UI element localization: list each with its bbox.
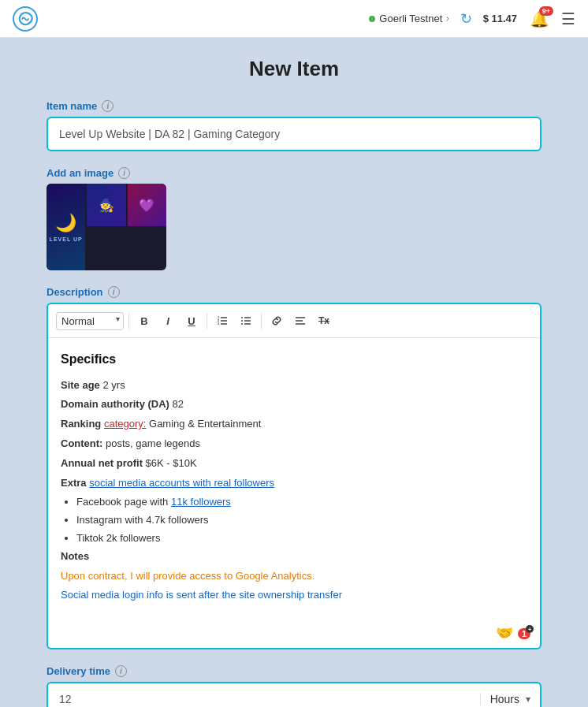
content-bullet-facebook: Facebook page with 11k followers xyxy=(76,494,527,511)
network-chevron-icon: › xyxy=(446,14,448,23)
item-name-input-wrapper xyxy=(47,117,541,151)
item-name-input[interactable] xyxy=(48,118,540,150)
item-name-section: Item name i xyxy=(47,100,541,151)
content-line-profit: Annual net profit $6K - $10K xyxy=(61,456,527,472)
delivery-time-unit-label: Hours xyxy=(490,693,519,705)
content-line-content: Content: posts, game legends xyxy=(61,436,527,452)
content-line-extra: Extra social media accounts with real fo… xyxy=(61,475,527,492)
content-bullet-tiktok: Tiktok 2k followers xyxy=(76,530,527,547)
svg-point-11 xyxy=(241,323,243,325)
delivery-time-label: Delivery time i xyxy=(47,665,541,677)
content-bullet-list: Facebook page with 11k followers Instagr… xyxy=(76,494,527,546)
network-selector[interactable]: Goerli Testnet › xyxy=(369,13,448,24)
add-image-info-icon[interactable]: i xyxy=(118,167,130,179)
item-name-label: Item name i xyxy=(47,100,541,112)
italic-button[interactable]: I xyxy=(158,311,178,331)
content-notes-heading: Notes xyxy=(61,549,527,565)
add-image-label: Add an image i xyxy=(47,167,541,179)
description-info-icon[interactable]: i xyxy=(108,286,120,298)
clear-format-button[interactable]: Tx xyxy=(314,311,334,331)
content-notes-line2: Social media login info is sent after th… xyxy=(61,587,527,604)
editor-toolbar: Normal Heading 1 Heading 2 Heading 3 B I… xyxy=(48,304,540,338)
description-section: Description i Normal Heading 1 Heading 2… xyxy=(47,286,541,649)
image-cell-top-right: 🧙 xyxy=(87,184,125,226)
notification-button[interactable]: 🔔 9+ xyxy=(528,8,550,30)
counter-wrapper: 1 + xyxy=(518,626,530,640)
content-line-da: Domain authority (DA) 82 xyxy=(61,396,527,413)
content-heading: Specifics xyxy=(61,349,527,370)
description-editor: Normal Heading 1 Heading 2 Heading 3 B I… xyxy=(47,303,541,649)
main-content: New Item Item name i Add an image i 🌙 LE… xyxy=(34,38,554,707)
editor-content[interactable]: Specifics Site age 2 yrs Domain authorit… xyxy=(48,338,540,618)
topnav: Goerli Testnet › ↻ $ 11.47 🔔 9+ ☰ xyxy=(0,0,588,38)
content-line-site-age: Site age 2 yrs xyxy=(61,378,527,394)
content-line-ranking: Ranking category: Gaming & Entertainment xyxy=(61,416,527,433)
add-image-section: Add an image i 🌙 LEVEL UP 🧙 💜 xyxy=(47,167,541,270)
format-select[interactable]: Normal Heading 1 Heading 2 Heading 3 xyxy=(56,312,124,330)
item-name-info-icon[interactable]: i xyxy=(102,100,114,112)
counter-plus-icon: + xyxy=(526,625,534,633)
image-cell-bottom-right: 💜 xyxy=(128,184,166,226)
refresh-icon[interactable]: ↻ xyxy=(460,10,472,28)
network-status-dot xyxy=(369,16,375,22)
align-button[interactable] xyxy=(290,311,311,331)
bold-button[interactable]: B xyxy=(134,311,154,331)
editor-footer: 🤝 1 + xyxy=(48,618,540,648)
content-notes-line1: Upon contract, I will provide access to … xyxy=(61,568,527,585)
menu-icon[interactable]: ☰ xyxy=(561,9,575,28)
delivery-time-section: Delivery time i Hours ▾ xyxy=(47,665,541,707)
format-select-wrapper[interactable]: Normal Heading 1 Heading 2 Heading 3 xyxy=(56,312,124,330)
counter-badge: 1 + xyxy=(518,628,530,639)
link-button[interactable] xyxy=(266,311,287,331)
topnav-right: Goerli Testnet › ↻ $ 11.47 🔔 9+ ☰ xyxy=(369,8,575,30)
handshake-emoji[interactable]: 🤝 xyxy=(496,624,513,642)
ordered-list-button[interactable]: 1 2 3 xyxy=(212,311,233,331)
description-label: Description i xyxy=(47,286,541,298)
toolbar-divider-1 xyxy=(128,313,129,329)
app-logo[interactable] xyxy=(13,6,38,32)
underline-button[interactable]: U xyxy=(181,311,202,331)
page-title: New Item xyxy=(47,57,541,81)
delivery-time-chevron-icon: ▾ xyxy=(526,694,530,705)
image-preview[interactable]: 🌙 LEVEL UP 🧙 💜 xyxy=(47,184,166,270)
balance-display: $ 11.47 xyxy=(483,13,517,24)
toolbar-divider-2 xyxy=(207,313,207,329)
topnav-left xyxy=(13,6,38,32)
image-cell-main: 🌙 LEVEL UP xyxy=(47,184,85,270)
delivery-time-input[interactable] xyxy=(48,683,480,707)
toolbar-divider-3 xyxy=(261,313,262,329)
network-name: Goerli Testnet xyxy=(379,13,442,24)
svg-point-10 xyxy=(241,320,243,322)
delivery-time-info-icon[interactable]: i xyxy=(115,665,127,677)
unordered-list-button[interactable] xyxy=(236,311,256,331)
content-bullet-instagram: Instagram with 4.7k followers xyxy=(76,512,527,529)
svg-text:3: 3 xyxy=(218,322,220,326)
image-grid: 🌙 LEVEL UP 🧙 💜 xyxy=(47,184,166,270)
svg-point-9 xyxy=(241,317,243,318)
notification-badge: 9+ xyxy=(539,6,553,16)
delivery-time-input-row: Hours ▾ xyxy=(47,682,541,707)
delivery-time-unit-select[interactable]: Hours ▾ xyxy=(480,693,540,705)
